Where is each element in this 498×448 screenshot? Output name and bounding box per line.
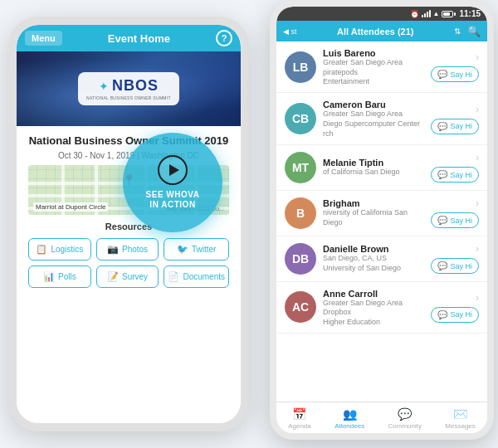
say-hi-button[interactable]: 💬 Say Hi xyxy=(431,167,479,183)
attendee-location: San Diego, CA, USUniversity of San Diego xyxy=(323,254,424,273)
resource-twitter[interactable]: 🐦 Twitter xyxy=(164,238,229,261)
messages-label: Messages xyxy=(445,422,475,430)
attendee-actions: › 💬 Say Hi xyxy=(431,197,479,228)
attendee-info: Luis Bareno Greater San Diego Areapirate… xyxy=(323,48,424,85)
avatar: B xyxy=(285,197,316,229)
play-overlay[interactable]: SEE WHOVAIN ACTION xyxy=(123,133,222,232)
nav-title: All Attendees (21) xyxy=(337,27,414,37)
attendee-actions: › 💬 Say Hi xyxy=(431,152,479,183)
resource-logistics[interactable]: 📋 Logistics xyxy=(28,238,91,261)
community-icon: 💬 xyxy=(398,407,412,421)
attendee-name: Melanie Tiptin xyxy=(323,158,424,168)
avatar: MT xyxy=(285,152,316,183)
info-icon[interactable]: ? xyxy=(216,30,232,46)
bottom-nav-attendees[interactable]: 👥 Attendees xyxy=(334,407,364,430)
chat-icon: 💬 xyxy=(437,170,447,179)
documents-icon: 📄 xyxy=(168,271,179,282)
say-hi-label: Say Hi xyxy=(450,171,472,179)
say-hi-button[interactable]: 💬 Say Hi xyxy=(431,212,479,228)
resource-grid: 📋 Logistics 📷 Photos 🐦 Twitter 📊 Polls 📝 xyxy=(28,238,229,288)
android-status-bar: ⏰ ▲ 11:15 xyxy=(276,7,487,21)
say-hi-button[interactable]: 💬 Say Hi xyxy=(431,119,479,134)
status-icons: ⏰ ▲ xyxy=(410,10,454,18)
chat-icon: 💬 xyxy=(437,216,447,225)
attendees-label: Attendees xyxy=(334,422,364,430)
avatar: CB xyxy=(285,103,316,134)
play-triangle-icon xyxy=(169,164,179,176)
attendee-location: Greater San Diego AreaDropbox xyxy=(323,299,424,318)
sort-icon[interactable]: ⇅ xyxy=(454,27,461,36)
attendee-item[interactable]: DB Danielle Brown San Diego, CA, USUnive… xyxy=(276,236,487,282)
say-hi-button[interactable]: 💬 Say Hi xyxy=(431,258,479,274)
avatar: LB xyxy=(285,51,316,83)
attendee-category: Entertainment xyxy=(323,77,424,85)
attendees-list: LB Luis Bareno Greater San Diego Areapir… xyxy=(276,41,487,402)
resource-documents[interactable]: 📄 Documents xyxy=(164,265,229,288)
event-logo-badge: ✦ NBOS NATIONAL BUSINESS OWNER SUMMIT xyxy=(78,72,179,105)
attendee-location: Greater San Diego Areapiratepods xyxy=(323,58,424,77)
alarm-icon: ⏰ xyxy=(410,10,419,18)
chevron-right-icon: › xyxy=(476,243,479,255)
twitter-icon: 🐦 xyxy=(177,244,188,255)
resource-photos[interactable]: 📷 Photos xyxy=(96,238,159,261)
community-label: Community xyxy=(388,422,422,430)
search-icon[interactable]: 🔍 xyxy=(467,25,481,37)
photos-icon: 📷 xyxy=(107,244,119,255)
attendee-location: niversity of California San Diego xyxy=(323,208,424,227)
attendee-info: Danielle Brown San Diego, CA, USUniversi… xyxy=(323,244,424,273)
chevron-right-icon: › xyxy=(476,51,479,63)
twitter-label: Twitter xyxy=(192,245,216,254)
chat-icon: 💬 xyxy=(437,261,447,270)
chevron-right-icon: › xyxy=(476,104,479,115)
attendee-category: Higher Education xyxy=(323,318,424,326)
attendee-info: Melanie Tiptin of California San Diego xyxy=(323,158,424,178)
attendee-name: Cameron Baru xyxy=(323,100,424,110)
attendees-icon: 👥 xyxy=(343,407,357,421)
say-hi-label: Say Hi xyxy=(450,310,472,319)
bottom-nav-community[interactable]: 💬 Community xyxy=(388,407,422,430)
say-hi-button[interactable]: 💬 Say Hi xyxy=(431,66,479,82)
logo-text: NBOS xyxy=(112,77,159,95)
bottom-nav: 📅 Agenda 👥 Attendees 💬 Community ✉️ Mess… xyxy=(276,402,487,433)
back-button[interactable]: ◀ st xyxy=(283,27,297,36)
attendee-name: Anne Carroll xyxy=(323,289,424,299)
top-bar: Menu Event Home ? xyxy=(17,25,241,51)
attendee-info: Brigham niversity of California San Dieg… xyxy=(323,198,424,227)
say-hi-label: Say Hi xyxy=(450,71,472,79)
menu-button[interactable]: Menu xyxy=(25,31,62,46)
attendee-item[interactable]: B Brigham niversity of California San Di… xyxy=(276,191,487,236)
attendee-name: Danielle Brown xyxy=(323,244,424,254)
right-phone: ⏰ ▲ 11:15 ◀ st All Att xyxy=(270,0,494,440)
logistics-label: Logistics xyxy=(51,245,83,254)
avatar: AC xyxy=(285,291,316,323)
attendee-item[interactable]: MT Melanie Tiptin of California San Dieg… xyxy=(276,145,487,191)
attendee-info: Cameron Baru Greater San Diego AreaDiego… xyxy=(323,100,424,137)
signal-icon xyxy=(422,10,431,17)
app-nav-bar: ◀ st All Attendees (21) ⇅ 🔍 xyxy=(276,21,487,41)
attendee-item[interactable]: LB Luis Bareno Greater San Diego Areapir… xyxy=(276,41,487,93)
survey-label: Survey xyxy=(122,272,148,281)
chat-icon: 💬 xyxy=(437,310,447,319)
chat-icon: 💬 xyxy=(437,70,447,79)
attendee-actions: › 💬 Say Hi xyxy=(431,51,479,82)
say-hi-button[interactable]: 💬 Say Hi xyxy=(431,307,479,323)
polls-icon: 📊 xyxy=(43,271,55,282)
play-text: SEE WHOVAIN ACTION xyxy=(146,190,200,210)
attendee-item[interactable]: AC Anne Carroll Greater San Diego AreaDr… xyxy=(276,282,487,334)
agenda-icon: 📅 xyxy=(292,407,306,421)
play-button[interactable] xyxy=(158,155,188,185)
say-hi-label: Say Hi xyxy=(450,217,472,225)
bottom-nav-agenda[interactable]: 📅 Agenda xyxy=(288,407,311,430)
resource-survey[interactable]: 📝 Survey xyxy=(96,265,159,288)
attendee-item[interactable]: CB Cameron Baru Greater San Diego AreaDi… xyxy=(276,93,487,144)
event-hero: ✦ NBOS NATIONAL BUSINESS OWNER SUMMIT xyxy=(17,51,241,126)
say-hi-label: Say Hi xyxy=(450,122,472,130)
attendee-actions: › 💬 Say Hi xyxy=(431,243,479,274)
agenda-label: Agenda xyxy=(288,422,311,430)
map-venue-label: Marriot at Dupont Circle xyxy=(33,202,108,212)
resource-polls[interactable]: 📊 Polls xyxy=(28,265,91,288)
chevron-right-icon: › xyxy=(476,197,479,209)
photos-label: Photos xyxy=(122,245,148,254)
attendee-actions: › 💬 Say Hi xyxy=(431,104,479,134)
bottom-nav-messages[interactable]: ✉️ Messages xyxy=(445,407,475,430)
